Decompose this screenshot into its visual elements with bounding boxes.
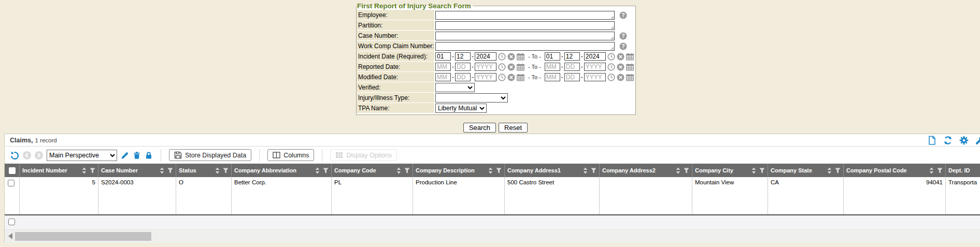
column-header-company-postal-code[interactable]: Company Postal Code: [844, 164, 946, 177]
horizontal-scrollbar[interactable]: [5, 230, 980, 243]
clear-date-icon[interactable]: [617, 74, 624, 81]
case-number-input[interactable]: [435, 32, 615, 40]
filter-icon[interactable]: [759, 168, 765, 173]
footer-checkbox[interactable]: [8, 219, 15, 225]
sort-icon[interactable]: [676, 167, 680, 174]
column-header-company-address1[interactable]: Company Address1: [505, 164, 600, 177]
column-header-company-address2[interactable]: Company Address2: [600, 164, 692, 177]
filter-icon[interactable]: [591, 168, 596, 173]
column-header-company-abbreviation[interactable]: Company Abbreviation: [232, 164, 332, 177]
incident-date-to-month[interactable]: [545, 52, 560, 61]
incident-date-to-year[interactable]: [584, 52, 606, 61]
verified-select[interactable]: [435, 83, 475, 92]
calendar-icon[interactable]: [517, 63, 524, 71]
column-header-case-number[interactable]: Case Number: [98, 164, 176, 177]
sort-icon[interactable]: [215, 167, 220, 174]
filter-icon[interactable]: [90, 168, 95, 173]
filter-icon[interactable]: [684, 168, 689, 173]
sort-icon[interactable]: [751, 167, 756, 174]
lock-icon[interactable]: [145, 151, 153, 159]
modified-date-to-year[interactable]: [584, 73, 606, 81]
incident-date-to-day[interactable]: [564, 52, 580, 61]
clear-date-icon[interactable]: [507, 74, 515, 81]
calendar-icon[interactable]: [517, 74, 524, 81]
column-header-company-code[interactable]: Company Code: [332, 164, 413, 177]
undo-icon[interactable]: [10, 151, 19, 160]
modified-date-from-month[interactable]: [435, 73, 451, 81]
clear-date-icon[interactable]: [617, 53, 624, 61]
partition-input[interactable]: [435, 21, 615, 30]
gear-icon[interactable]: [959, 136, 969, 145]
reported-date-from-day[interactable]: [455, 63, 471, 71]
calendar-icon[interactable]: [626, 74, 634, 81]
reported-date-to-year[interactable]: [584, 63, 606, 71]
perspective-select[interactable]: Main Perspective: [47, 150, 117, 161]
sort-icon[interactable]: [583, 167, 588, 174]
clear-date-icon[interactable]: [507, 63, 515, 71]
reset-button[interactable]: Reset: [499, 123, 528, 133]
time-icon[interactable]: [498, 63, 506, 71]
clear-date-icon[interactable]: [507, 53, 515, 61]
column-header-company-city[interactable]: Company City: [692, 164, 768, 177]
incident-date-from-month[interactable]: [435, 52, 451, 61]
work-comp-input[interactable]: [435, 42, 615, 51]
clear-date-icon[interactable]: [617, 63, 624, 71]
new-document-icon[interactable]: [927, 136, 936, 145]
sort-icon[interactable]: [396, 167, 401, 174]
sort-icon[interactable]: [488, 167, 493, 174]
incident-date-from-day[interactable]: [455, 52, 471, 61]
row-checkbox[interactable]: [8, 180, 15, 186]
employee-input[interactable]: [435, 11, 615, 20]
calendar-icon[interactable]: [626, 53, 634, 61]
calendar-icon[interactable]: [517, 53, 524, 61]
select-all-checkbox[interactable]: [9, 167, 16, 174]
filter-icon[interactable]: [937, 168, 943, 173]
filter-icon[interactable]: [167, 168, 173, 173]
calendar-icon[interactable]: [626, 63, 634, 71]
column-header-status[interactable]: Status: [176, 164, 232, 177]
help-icon[interactable]: [619, 32, 627, 40]
modified-date-from-year[interactable]: [475, 73, 496, 81]
time-icon[interactable]: [607, 53, 615, 61]
reported-date-from-month[interactable]: [435, 63, 451, 71]
sort-icon[interactable]: [827, 167, 832, 174]
filter-icon[interactable]: [496, 168, 502, 173]
modified-date-from-day[interactable]: [455, 73, 471, 81]
next-icon[interactable]: [35, 151, 43, 159]
reported-date-from-year[interactable]: [475, 63, 496, 71]
modified-date-to-day[interactable]: [564, 73, 580, 81]
reported-date-to-day[interactable]: [564, 63, 580, 71]
scrollbar-thumb[interactable]: [15, 232, 151, 241]
injury-type-select[interactable]: [435, 93, 508, 103]
scroll-left-arrow[interactable]: [8, 233, 12, 239]
column-header-dept-id[interactable]: Dept. ID: [946, 164, 980, 177]
column-header-incident-number[interactable]: Incident Number: [20, 164, 98, 177]
sort-icon[interactable]: [160, 167, 164, 174]
time-icon[interactable]: [498, 53, 506, 61]
time-icon[interactable]: [498, 74, 506, 81]
help-icon[interactable]: [619, 42, 627, 50]
filter-icon[interactable]: [223, 168, 229, 173]
previous-icon[interactable]: [23, 151, 31, 159]
incident-date-from-year[interactable]: [475, 52, 496, 61]
tpa-name-select[interactable]: Liberty Mutual: [435, 104, 487, 113]
time-icon[interactable]: [607, 63, 615, 71]
refresh-icon[interactable]: [943, 136, 953, 145]
filter-icon[interactable]: [404, 168, 410, 173]
edit-pencil-icon[interactable]: [121, 151, 129, 159]
column-header-company-state[interactable]: Company State: [768, 164, 844, 177]
help-icon[interactable]: [619, 11, 627, 19]
filter-icon[interactable]: [323, 168, 329, 173]
time-icon[interactable]: [607, 74, 615, 81]
column-header-company-description[interactable]: Company Description: [413, 164, 505, 177]
store-displayed-data-button[interactable]: Store Displayed Data: [169, 149, 251, 161]
modified-date-to-month[interactable]: [545, 73, 560, 81]
select-all-header-cell[interactable]: [5, 164, 20, 177]
wrench-icon[interactable]: [975, 136, 980, 145]
reported-date-to-month[interactable]: [545, 63, 560, 71]
sort-icon[interactable]: [929, 167, 934, 174]
sort-icon[interactable]: [82, 167, 87, 174]
search-button[interactable]: Search: [463, 123, 496, 133]
sort-icon[interactable]: [315, 167, 320, 174]
columns-button[interactable]: Columns: [267, 149, 314, 161]
